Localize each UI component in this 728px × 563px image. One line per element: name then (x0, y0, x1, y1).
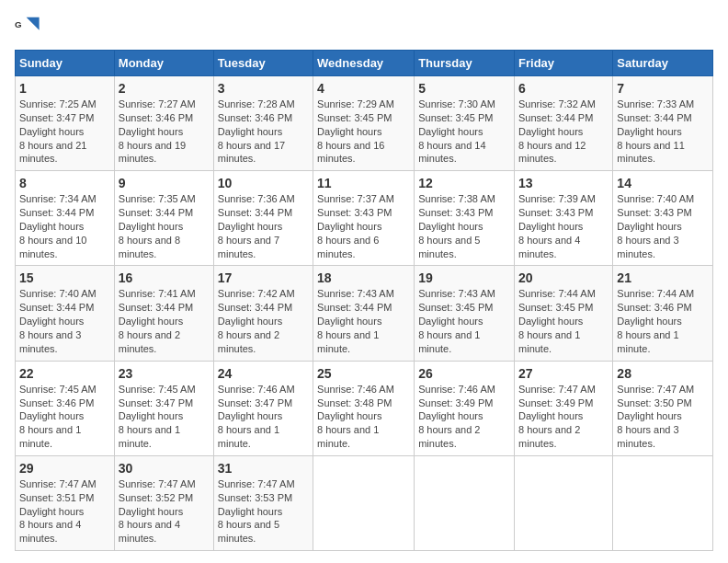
sunset-label: Sunset: 3:46 PM (218, 112, 292, 123)
daylight-label: Daylight hours (19, 221, 84, 232)
daylight-value: 8 hours and 1 minute. (317, 424, 379, 449)
daylight-label: Daylight hours (218, 410, 282, 421)
sunset-label: Sunset: 3:44 PM (218, 302, 292, 313)
day-info: Sunrise: 7:34 AM Sunset: 3:44 PM Dayligh… (19, 192, 110, 260)
sunset-label: Sunset: 3:50 PM (617, 397, 691, 408)
sunrise-label: Sunrise: 7:35 AM (119, 193, 196, 204)
sunset-label: Sunset: 3:45 PM (418, 112, 493, 123)
day-info: Sunrise: 7:43 AM Sunset: 3:44 PM Dayligh… (317, 287, 410, 355)
sunset-label: Sunset: 3:44 PM (518, 112, 593, 123)
svg-marker-1 (27, 17, 40, 30)
daylight-label: Daylight hours (518, 126, 583, 137)
daylight-value: 8 hours and 12 minutes. (518, 140, 586, 165)
day-info: Sunrise: 7:47 AM Sunset: 3:53 PM Dayligh… (218, 477, 309, 546)
daylight-label: Daylight hours (218, 126, 282, 137)
sunrise-label: Sunrise: 7:37 AM (317, 193, 394, 204)
calendar-cell: 9 Sunrise: 7:35 AM Sunset: 3:44 PM Dayli… (114, 171, 213, 266)
calendar-cell: 29 Sunrise: 7:47 AM Sunset: 3:51 PM Dayl… (16, 455, 115, 550)
sunrise-label: Sunrise: 7:47 AM (518, 384, 596, 395)
sunrise-label: Sunrise: 7:39 AM (518, 193, 596, 204)
day-info: Sunrise: 7:47 AM Sunset: 3:51 PM Dayligh… (19, 477, 110, 546)
calendar-cell (515, 455, 613, 550)
daylight-value: 8 hours and 1 minute. (19, 424, 81, 449)
day-number: 2 (119, 81, 210, 96)
sunrise-label: Sunrise: 7:47 AM (218, 478, 295, 489)
sunrise-label: Sunrise: 7:38 AM (418, 193, 495, 204)
daylight-value: 8 hours and 4 minutes. (119, 519, 180, 544)
daylight-label: Daylight hours (617, 410, 681, 421)
daylight-value: 8 hours and 4 minutes. (19, 519, 81, 544)
daylight-label: Daylight hours (518, 410, 583, 421)
sunset-label: Sunset: 3:45 PM (317, 112, 392, 123)
calendar-cell (415, 455, 515, 550)
day-number: 5 (418, 81, 510, 96)
day-number: 19 (418, 270, 510, 285)
day-info: Sunrise: 7:46 AM Sunset: 3:48 PM Dayligh… (317, 383, 410, 451)
day-number: 18 (317, 270, 410, 285)
day-info: Sunrise: 7:28 AM Sunset: 3:46 PM Dayligh… (218, 98, 309, 166)
daylight-label: Daylight hours (119, 316, 183, 327)
day-number: 20 (518, 270, 609, 285)
daylight-value: 8 hours and 3 minutes. (617, 235, 678, 259)
daylight-value: 8 hours and 19 minutes. (119, 140, 186, 165)
daylight-value: 8 hours and 3 minutes. (19, 329, 81, 354)
calendar-cell: 25 Sunrise: 7:46 AM Sunset: 3:48 PM Dayl… (313, 361, 415, 455)
daylight-label: Daylight hours (518, 316, 583, 327)
day-number: 3 (218, 81, 309, 96)
day-info: Sunrise: 7:44 AM Sunset: 3:46 PM Dayligh… (617, 287, 709, 355)
day-info: Sunrise: 7:37 AM Sunset: 3:43 PM Dayligh… (317, 192, 410, 260)
sunrise-label: Sunrise: 7:46 AM (218, 384, 295, 395)
sunset-label: Sunset: 3:43 PM (317, 207, 392, 218)
daylight-label: Daylight hours (119, 410, 183, 421)
sunset-label: Sunset: 3:45 PM (418, 302, 493, 313)
sunrise-label: Sunrise: 7:46 AM (317, 384, 394, 395)
daylight-value: 8 hours and 16 minutes. (317, 140, 384, 165)
sunset-label: Sunset: 3:44 PM (19, 302, 94, 313)
logo-icon: G (15, 15, 40, 40)
sunset-label: Sunset: 3:44 PM (317, 302, 392, 313)
calendar-week-row: 15 Sunrise: 7:40 AM Sunset: 3:44 PM Dayl… (16, 266, 713, 361)
calendar-cell: 5 Sunrise: 7:30 AM Sunset: 3:45 PM Dayli… (415, 76, 515, 171)
sunset-label: Sunset: 3:43 PM (418, 207, 493, 218)
calendar-cell: 3 Sunrise: 7:28 AM Sunset: 3:46 PM Dayli… (213, 76, 313, 171)
sunrise-label: Sunrise: 7:43 AM (317, 288, 394, 299)
sunrise-label: Sunrise: 7:33 AM (617, 98, 694, 109)
calendar-cell: 20 Sunrise: 7:44 AM Sunset: 3:45 PM Dayl… (515, 266, 613, 361)
daylight-label: Daylight hours (19, 126, 84, 137)
sunset-label: Sunset: 3:52 PM (119, 492, 193, 503)
daylight-label: Daylight hours (19, 506, 84, 517)
day-number: 27 (518, 366, 609, 381)
day-info: Sunrise: 7:39 AM Sunset: 3:43 PM Dayligh… (518, 192, 609, 260)
daylight-value: 8 hours and 1 minute. (317, 329, 379, 354)
day-number: 10 (218, 176, 309, 190)
day-number: 13 (518, 176, 609, 190)
daylight-value: 8 hours and 2 minutes. (218, 329, 279, 354)
daylight-value: 8 hours and 21 minutes. (19, 140, 86, 165)
day-number: 15 (19, 270, 110, 285)
daylight-value: 8 hours and 3 minutes. (617, 424, 678, 449)
header-sunday: Sunday (16, 51, 115, 76)
calendar-week-row: 8 Sunrise: 7:34 AM Sunset: 3:44 PM Dayli… (16, 171, 713, 266)
calendar-cell: 7 Sunrise: 7:33 AM Sunset: 3:44 PM Dayli… (613, 76, 713, 171)
calendar-cell: 8 Sunrise: 7:34 AM Sunset: 3:44 PM Dayli… (16, 171, 115, 266)
day-info: Sunrise: 7:46 AM Sunset: 3:49 PM Dayligh… (418, 383, 510, 451)
calendar-week-row: 29 Sunrise: 7:47 AM Sunset: 3:51 PM Dayl… (16, 455, 713, 550)
calendar-cell: 2 Sunrise: 7:27 AM Sunset: 3:46 PM Dayli… (114, 76, 213, 171)
daylight-value: 8 hours and 1 minute. (119, 424, 180, 449)
calendar-cell (313, 455, 415, 550)
calendar-header-row: SundayMondayTuesdayWednesdayThursdayFrid… (16, 51, 713, 76)
day-number: 24 (218, 366, 309, 381)
sunrise-label: Sunrise: 7:44 AM (518, 288, 596, 299)
daylight-label: Daylight hours (418, 126, 483, 137)
day-number: 26 (418, 366, 510, 381)
daylight-label: Daylight hours (119, 126, 183, 137)
sunset-label: Sunset: 3:53 PM (218, 492, 292, 503)
header-wednesday: Wednesday (313, 51, 415, 76)
day-number: 23 (119, 366, 210, 381)
day-number: 29 (19, 461, 110, 476)
sunset-label: Sunset: 3:44 PM (119, 207, 193, 218)
day-number: 6 (518, 81, 609, 96)
daylight-value: 8 hours and 17 minutes. (218, 140, 285, 165)
sunset-label: Sunset: 3:51 PM (19, 492, 94, 503)
sunset-label: Sunset: 3:44 PM (19, 207, 94, 218)
